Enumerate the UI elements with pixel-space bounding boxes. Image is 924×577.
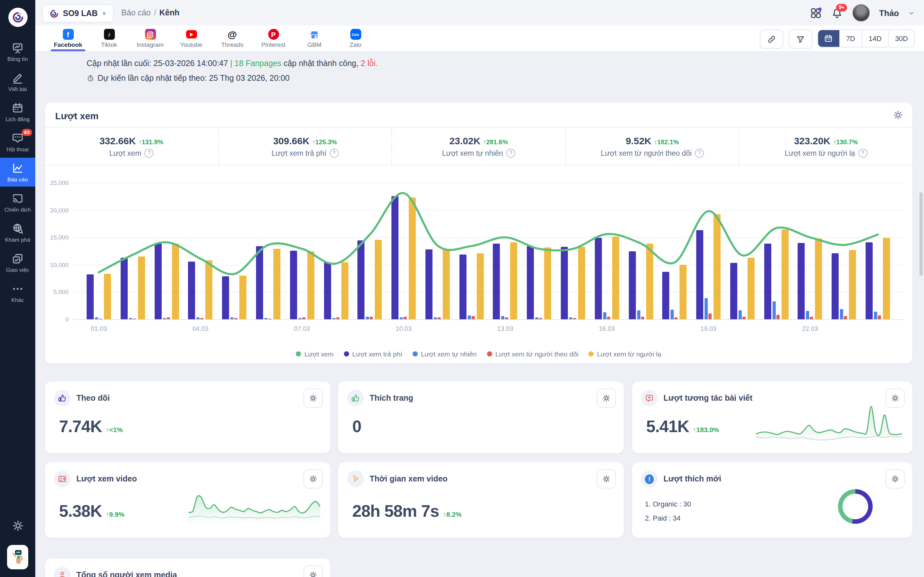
bar-03.03[interactable] <box>163 318 166 319</box>
legend-item-4[interactable]: Lượt xem từ người lạ <box>589 350 661 358</box>
bar-14.03[interactable] <box>527 246 534 319</box>
bar-22.03[interactable] <box>806 311 809 319</box>
bar-18.03[interactable] <box>680 265 687 319</box>
avatar[interactable] <box>852 4 870 22</box>
sidebar-item-viết-bài[interactable]: Viết bài <box>0 67 35 96</box>
bar-06.03[interactable] <box>273 249 280 319</box>
bar-02.03[interactable] <box>138 256 145 319</box>
bar-04.03[interactable] <box>200 318 204 319</box>
bar-21.03[interactable] <box>772 301 775 319</box>
bar-13.03[interactable] <box>505 318 509 319</box>
card-settings-button[interactable] <box>597 469 616 488</box>
bar-11.03[interactable] <box>438 318 441 319</box>
bar-09.03[interactable] <box>358 240 365 319</box>
bar-04.03[interactable] <box>206 260 213 319</box>
bar-20.03[interactable] <box>738 310 742 319</box>
bar-12.03[interactable] <box>477 253 483 319</box>
tab-facebook[interactable]: f Facebook <box>47 26 89 51</box>
sidebar-item-bảng-tin[interactable]: Bảng tin <box>0 37 35 66</box>
bar-23.03[interactable] <box>844 316 847 319</box>
bar-09.03[interactable] <box>375 239 382 319</box>
legend-item-0[interactable]: Lượt xem <box>296 350 334 358</box>
bar-19.03[interactable] <box>696 230 703 319</box>
settings-gear-icon[interactable] <box>11 519 24 532</box>
bar-24.03[interactable] <box>878 316 881 319</box>
bar-04.03[interactable] <box>197 318 200 319</box>
bar-24.03[interactable] <box>874 311 877 319</box>
sidebar-item-lịch-đăng[interactable]: Lịch đăng <box>0 97 35 126</box>
bar-01.03[interactable] <box>95 318 98 319</box>
card-settings-button[interactable] <box>304 469 323 488</box>
bar-04.03[interactable] <box>188 261 195 319</box>
bar-24.03[interactable] <box>866 242 873 319</box>
bar-23.03[interactable] <box>840 309 843 319</box>
bar-08.03[interactable] <box>336 318 339 319</box>
bar-12.03[interactable] <box>471 316 475 319</box>
apps-grid-icon[interactable] <box>810 7 822 19</box>
user-name[interactable]: Thảo <box>879 8 899 18</box>
tab-pinterest[interactable]: P Pinterest <box>253 26 294 51</box>
bar-15.03[interactable] <box>561 247 568 319</box>
bar-02.03[interactable] <box>121 258 128 319</box>
bar-22.03[interactable] <box>810 317 813 319</box>
assistant-mascot[interactable] <box>7 545 28 569</box>
bar-19.03[interactable] <box>704 298 708 319</box>
bar-08.03[interactable] <box>341 263 348 319</box>
bar-10.03[interactable] <box>400 318 403 319</box>
bar-19.03[interactable] <box>708 313 712 319</box>
bar-20.03[interactable] <box>742 316 746 319</box>
bar-19.03[interactable] <box>714 214 720 319</box>
bar-03.03[interactable] <box>172 243 179 319</box>
bar-05.03[interactable] <box>222 276 229 319</box>
breadcrumb-section[interactable]: Báo cáo <box>121 8 151 17</box>
bar-09.03[interactable] <box>370 317 373 319</box>
sidebar-item-chiến-dịch[interactable]: Chiến dịch <box>0 188 35 217</box>
bar-06.03[interactable] <box>268 318 271 319</box>
bar-22.03[interactable] <box>815 239 822 319</box>
bar-13.03[interactable] <box>493 243 500 319</box>
bar-11.03[interactable] <box>443 250 450 319</box>
bar-05.03[interactable] <box>230 318 234 319</box>
bar-11.03[interactable] <box>434 318 437 319</box>
sidebar-item-khám-phá[interactable]: Khám phá <box>0 218 35 247</box>
bar-17.03[interactable] <box>641 316 644 319</box>
bar-16.03[interactable] <box>607 317 610 319</box>
bar-02.03[interactable] <box>129 318 132 319</box>
period-30d-button[interactable]: 30D <box>888 30 914 47</box>
bar-16.03[interactable] <box>594 238 602 319</box>
tab-instagram[interactable]: Instagram <box>129 26 171 51</box>
bar-21.03[interactable] <box>776 315 779 319</box>
card-settings-gear-icon[interactable] <box>893 110 903 121</box>
bar-15.03[interactable] <box>573 318 576 319</box>
bar-13.03[interactable] <box>501 316 505 319</box>
bar-01.03[interactable] <box>99 318 102 319</box>
sidebar-item-khác[interactable]: Khác <box>0 278 35 307</box>
bar-14.03[interactable] <box>539 318 542 319</box>
bar-22.03[interactable] <box>798 243 805 319</box>
card-settings-button[interactable] <box>304 566 323 577</box>
bar-24.03[interactable] <box>883 238 890 319</box>
help-icon[interactable]: ? <box>330 148 338 157</box>
bar-21.03[interactable] <box>764 243 771 319</box>
bar-12.03[interactable] <box>459 254 466 319</box>
bar-23.03[interactable] <box>849 250 856 319</box>
help-icon[interactable]: ? <box>695 148 704 157</box>
bar-03.03[interactable] <box>166 318 170 319</box>
legend-item-3[interactable]: Lượt xem từ người theo dõi <box>487 350 578 358</box>
bar-15.03[interactable] <box>578 247 585 319</box>
page-scrollbar-thumb[interactable] <box>919 192 923 276</box>
bar-01.03[interactable] <box>104 274 111 319</box>
bar-12.03[interactable] <box>467 316 471 319</box>
views-chart[interactable]: 05,00010,00015,00020,00025,00001.0304.03… <box>73 183 903 319</box>
bar-20.03[interactable] <box>730 263 737 319</box>
legend-item-1[interactable]: Lượt xem trả phí <box>344 350 402 358</box>
bar-02.03[interactable] <box>133 318 136 319</box>
bar-10.03[interactable] <box>409 197 416 319</box>
bar-07.03[interactable] <box>298 318 301 319</box>
bar-18.03[interactable] <box>675 317 678 319</box>
tab-threads[interactable]: @ Threads <box>212 26 253 51</box>
card-settings-button[interactable] <box>597 388 616 408</box>
workspace-selector[interactable]: SO9 LAB ▼ <box>42 5 113 23</box>
user-chevron-down-icon[interactable] <box>908 9 915 16</box>
calendar-range-button[interactable] <box>818 30 839 47</box>
